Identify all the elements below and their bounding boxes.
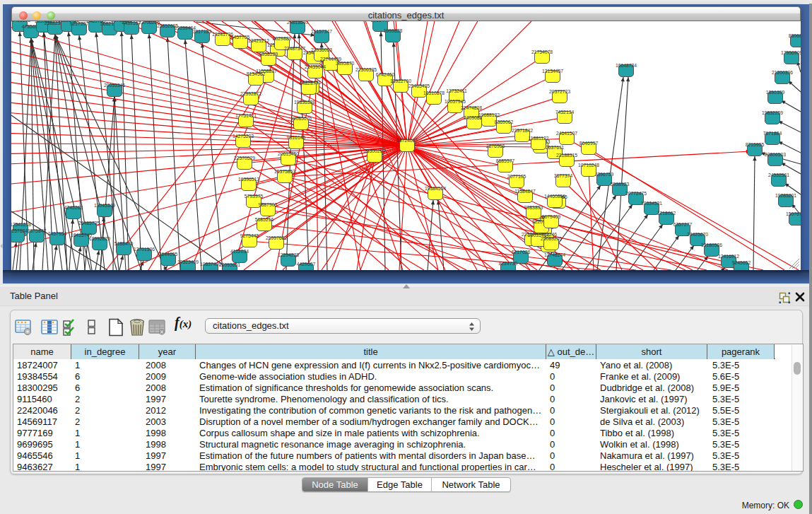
svg-text:24641507: 24641507 [556, 131, 577, 136]
svg-text:8369062: 8369062 [495, 119, 514, 124]
svg-text:23936053: 23936053 [311, 47, 332, 52]
svg-text:25465435: 25465435 [408, 83, 430, 88]
svg-text:19832259: 19832259 [762, 110, 783, 115]
svg-text:8134562: 8134562 [247, 71, 266, 76]
svg-text:3677374: 3677374 [554, 173, 573, 178]
svg-text:20372723: 20372723 [549, 89, 570, 94]
svg-text:13421212: 13421212 [248, 38, 269, 43]
svg-text:10837430: 10837430 [200, 262, 221, 267]
svg-text:5938923: 5938923 [611, 182, 630, 187]
svg-text:11584847: 11584847 [514, 189, 536, 194]
svg-text:2077105: 2077105 [507, 174, 526, 179]
svg-text:17751421: 17751421 [235, 113, 257, 118]
svg-text:4112034: 4112034 [230, 249, 249, 254]
svg-text:23188315: 23188315 [556, 153, 577, 158]
svg-text:12294238: 12294238 [278, 252, 299, 257]
svg-text:15375853: 15375853 [274, 169, 295, 174]
svg-text:23971842: 23971842 [512, 128, 533, 133]
svg-text:8806804: 8806804 [789, 33, 808, 38]
svg-text:3644095: 3644095 [159, 252, 178, 257]
svg-text:9958289: 9958289 [259, 52, 278, 57]
svg-text:8224730: 8224730 [499, 261, 518, 266]
svg-text:2537611: 2537611 [546, 145, 564, 150]
svg-text:24532561: 24532561 [768, 173, 789, 177]
svg-text:8029889: 8029889 [273, 36, 292, 41]
svg-text:8685577: 8685577 [496, 158, 515, 163]
svg-text:13748244: 13748244 [544, 252, 565, 257]
svg-text:5793975: 5793975 [245, 194, 264, 199]
svg-text:13134457: 13134457 [542, 69, 563, 74]
svg-text:12416912: 12416912 [718, 254, 739, 259]
svg-text:13701506: 13701506 [134, 247, 155, 252]
svg-text:9275445: 9275445 [240, 233, 259, 238]
svg-text:15180586: 15180586 [701, 243, 722, 247]
svg-text:3917183: 3917183 [193, 29, 212, 34]
svg-text:4429607: 4429607 [297, 262, 316, 267]
svg-text:21439044: 21439044 [305, 64, 326, 69]
svg-text:25997682: 25997682 [266, 235, 287, 240]
svg-text:25485735: 25485735 [78, 221, 100, 226]
svg-text:9816145: 9816145 [287, 135, 306, 140]
svg-text:8646997: 8646997 [579, 141, 599, 146]
svg-text:13732411: 13732411 [446, 88, 467, 93]
svg-text:6482877: 6482877 [300, 81, 319, 86]
svg-text:15076749: 15076749 [786, 211, 807, 216]
svg-text:22474828: 22474828 [461, 105, 482, 110]
svg-text:19836388: 19836388 [294, 100, 315, 105]
svg-text:16396513: 16396513 [238, 177, 259, 182]
svg-text:6217026: 6217026 [512, 250, 531, 255]
svg-text:17956909: 17956909 [781, 50, 802, 55]
svg-text:14275203: 14275203 [233, 134, 254, 139]
svg-text:18992829: 18992829 [89, 236, 110, 241]
svg-text:15157347: 15157347 [311, 29, 332, 34]
svg-text:1999828: 1999828 [384, 28, 403, 33]
svg-text:24425670: 24425670 [687, 232, 708, 237]
svg-text:2876966: 2876966 [486, 144, 505, 148]
svg-text:10057945: 10057945 [445, 99, 466, 104]
svg-text:19688132: 19688132 [478, 112, 500, 117]
svg-text:21200396: 21200396 [772, 70, 793, 75]
svg-text:4245263: 4245263 [64, 205, 83, 210]
svg-text:8215955: 8215955 [746, 142, 765, 147]
svg-text:21754078: 21754078 [531, 49, 553, 54]
svg-text:18922760: 18922760 [390, 78, 411, 83]
svg-text:23487347: 23487347 [284, 46, 305, 51]
svg-text:6457765: 6457765 [231, 35, 250, 40]
svg-text:22093651: 22093651 [219, 262, 240, 267]
svg-text:22570529: 22570529 [234, 156, 255, 160]
svg-text:8079409: 8079409 [542, 214, 561, 219]
svg-text:10710248: 10710248 [578, 163, 599, 168]
svg-text:22806503: 22806503 [765, 152, 786, 157]
svg-text:19285201: 19285201 [775, 193, 796, 198]
svg-text:14460856: 14460856 [544, 194, 565, 199]
svg-text:6742460: 6742460 [376, 72, 395, 77]
svg-text:8396759: 8396759 [595, 172, 614, 177]
svg-text:9875847: 9875847 [28, 228, 47, 233]
svg-text:1218062: 1218062 [657, 211, 676, 216]
svg-text:9217207: 9217207 [70, 21, 89, 26]
svg-text:7671884: 7671884 [763, 131, 782, 136]
svg-text:22306335: 22306335 [355, 67, 377, 72]
svg-text:20615450: 20615450 [278, 151, 299, 156]
svg-text:20772475: 20772475 [625, 191, 647, 196]
svg-text:9245652: 9245652 [732, 260, 751, 265]
svg-text:5685216: 5685216 [255, 217, 274, 222]
svg-text:16510878: 16510878 [423, 90, 445, 95]
svg-text:19085076: 19085076 [290, 116, 312, 121]
svg-text:9887903: 9887903 [259, 202, 278, 207]
svg-text:25089205: 25089205 [541, 236, 562, 241]
svg-text:25300293: 25300293 [364, 148, 385, 153]
svg-text:13241736: 13241736 [212, 32, 233, 37]
svg-text:18724007: 18724007 [396, 138, 418, 143]
svg-text:19384554: 19384554 [425, 186, 446, 191]
svg-text:7452134: 7452134 [555, 110, 575, 115]
svg-text:12541238: 12541238 [10, 222, 31, 227]
svg-text:3395870: 3395870 [336, 61, 355, 66]
svg-text:10334531: 10334531 [641, 201, 662, 206]
svg-text:19523409: 19523409 [177, 259, 199, 264]
svg-text:20053346: 20053346 [104, 83, 125, 88]
svg-text:13045349: 13045349 [94, 203, 115, 208]
svg-text:11881122: 11881122 [528, 136, 548, 141]
svg-text:16648784: 16648784 [616, 63, 637, 68]
svg-text:6357277: 6357277 [673, 222, 693, 227]
